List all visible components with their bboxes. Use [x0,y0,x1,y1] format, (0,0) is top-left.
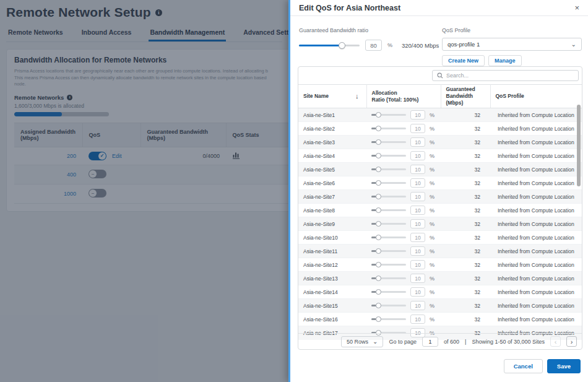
col-allocation-ratio: Allocation Ratio (Total: 100%) [366,85,441,108]
sites-table-card: Site Name ↓ Allocation Ratio (Total: 100… [298,66,582,350]
pagination-bar: 50 Rows ⌄ Go to page of 600 | Showing 1-… [298,333,582,349]
allocation-input[interactable]: 10 [410,287,425,297]
site-row: Asia-ne-Site4 10 % [298,149,582,163]
slider-handle[interactable] [376,139,381,145]
qos-profile-control: QoS Profile qos-profile 1 ⌄ Create New M… [442,27,582,66]
slider-handle[interactable] [376,153,381,158]
bandwidth-ratio-input[interactable] [365,40,382,51]
sort-descending-icon[interactable]: ↓ [355,92,359,100]
allocation-slider[interactable] [371,128,406,129]
percent-unit: % [430,207,435,214]
search-input[interactable] [446,72,574,79]
site-row: Asia-ne-Site7 10 % [298,190,582,204]
allocation-slider[interactable] [371,305,406,306]
slider-handle[interactable] [376,289,381,295]
slider-handle[interactable] [376,303,381,308]
search-box[interactable] [432,70,579,81]
guaranteed-bandwidth-value: 32 [441,149,490,163]
cancel-button[interactable]: Cancel [504,359,543,373]
slider-handle[interactable] [376,316,381,322]
percent-unit: % [430,221,435,227]
slider-handle[interactable] [376,262,381,267]
save-button[interactable]: Save [547,359,581,373]
qos-profile-value: Inherited from Compute Location [490,258,582,272]
allocation-input[interactable]: 10 [410,165,425,174]
next-page-button[interactable]: › [566,336,577,347]
site-row: Asia-ne-Site8 10 % [298,204,582,217]
allocation-input[interactable]: 10 [410,315,425,324]
previous-page-button[interactable]: ‹ [550,336,561,347]
col-site-name: Site Name [303,93,329,100]
allocation-slider[interactable] [371,209,406,211]
site-row: Asia-ne-Site2 10 % [298,122,582,136]
bandwidth-ratio-slider[interactable] [299,45,360,46]
site-name: Asia-ne-Site9 [298,217,366,231]
qos-profile-value: Inherited from Compute Location [490,204,582,217]
allocation-input[interactable]: 10 [410,178,425,188]
qos-profile-value: Inherited from Compute Location [490,217,582,231]
allocation-slider[interactable] [371,141,406,143]
allocation-input[interactable]: 10 [410,206,425,215]
allocation-slider[interactable] [371,155,406,157]
allocation-input[interactable]: 10 [410,192,425,201]
site-name: Asia-ne-Site3 [298,136,366,149]
allocation-input[interactable]: 10 [410,246,425,256]
slider-handle[interactable] [376,112,381,118]
slider-handle[interactable] [376,221,381,227]
percent-unit: % [387,42,392,48]
allocation-slider[interactable] [371,223,406,225]
panel-title: Edit QoS for Asia Northeast [299,4,400,12]
allocation-slider[interactable] [371,318,406,320]
slider-handle[interactable] [339,42,345,49]
allocation-slider[interactable] [371,291,406,293]
qos-profile-value: Inherited from Compute Location [490,231,582,245]
qos-profile-value: Inherited from Compute Location [490,108,582,122]
percent-unit: % [430,276,435,282]
modal-overlay [0,0,288,382]
guaranteed-bandwidth-value: 32 [441,299,490,313]
scrollbar-thumb[interactable] [577,105,581,186]
close-icon[interactable]: × [574,4,579,12]
allocation-slider[interactable] [371,168,406,170]
allocation-input[interactable]: 10 [410,260,425,269]
guaranteed-bandwidth-value: 32 [441,313,490,326]
allocation-slider[interactable] [371,250,406,252]
slider-handle[interactable] [376,276,381,281]
allocation-input[interactable]: 10 [410,274,425,283]
allocation-slider[interactable] [371,182,406,184]
qos-profile-select[interactable]: qos-profile 1 ⌄ [442,38,582,51]
slider-handle[interactable] [376,126,381,131]
allocation-slider[interactable] [371,264,406,266]
allocation-slider[interactable] [371,237,406,238]
slider-handle[interactable] [376,180,381,186]
site-name: Asia-ne-Site6 [298,176,366,190]
slider-handle[interactable] [376,194,381,199]
create-new-button[interactable]: Create New [442,55,485,66]
allocation-input[interactable]: 10 [410,219,425,228]
allocation-input[interactable]: 10 [410,110,425,119]
page-number-input[interactable] [422,337,438,347]
qos-profile-value: Inherited from Compute Location [490,122,582,136]
allocation-slider[interactable] [371,114,406,116]
slider-handle[interactable] [376,248,381,254]
allocation-input[interactable]: 10 [410,124,425,133]
slider-handle[interactable] [376,235,381,240]
manage-button[interactable]: Manage [488,55,522,66]
allocation-slider[interactable] [371,277,406,279]
rows-per-page-select[interactable]: 50 Rows ⌄ [341,336,383,347]
slider-handle[interactable] [376,207,381,213]
slider-handle[interactable] [376,167,381,172]
bandwidth-ratio-control: Guaranteed Bandwidth ratio % 320/400 Mbp… [299,27,439,51]
qos-profile-value: Inherited from Compute Location [490,136,582,149]
site-row: Asia-ne-Site15 10 % [298,299,582,313]
allocation-input[interactable]: 10 [410,137,425,147]
allocation-slider[interactable] [371,196,406,198]
allocation-input[interactable]: 10 [410,233,425,242]
site-name: Asia-ne-Site11 [298,245,366,258]
allocation-input[interactable]: 10 [410,151,425,160]
qos-profile-value: Inherited from Compute Location [490,176,582,190]
allocation-input[interactable]: 10 [410,301,425,310]
percent-unit: % [430,180,435,186]
showing-label: Showing 1-50 of 30,000 Sites [472,339,545,345]
percent-unit: % [430,126,435,132]
